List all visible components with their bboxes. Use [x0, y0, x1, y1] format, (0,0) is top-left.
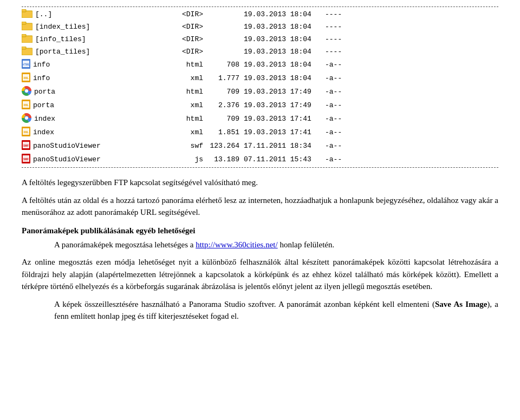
svg-text:SWF: SWF — [23, 158, 29, 161]
html-file-icon: HTML — [22, 59, 30, 71]
file-perm: -a-- — [325, 61, 352, 69]
section-heading: Panorámaképek publikálásának egyéb lehet… — [22, 226, 498, 235]
file-date: 07.11.2011 15:43 — [244, 155, 325, 163]
file-name[interactable]: [info_tiles] — [35, 35, 86, 43]
file-date: 19.03.2013 17:41 — [244, 128, 325, 136]
svg-rect-7 — [22, 47, 26, 49]
paragraph3-prefix: A panorámaképek megosztása lehetséges a — [54, 240, 196, 249]
xml-file-icon: XML — [22, 127, 30, 139]
swf-file-icon: SWF — [22, 154, 30, 166]
file-perm: ---- — [325, 35, 352, 43]
file-perm: ---- — [325, 23, 352, 31]
file-name[interactable]: panoStudioViewer — [33, 155, 101, 163]
file-type: <DIR> — [179, 23, 209, 31]
paragraph5-prefix: A képek összeillesztésére használható a … — [54, 300, 435, 309]
file-row: indexhtml70919.03.2013 17:41-a-- — [22, 112, 498, 126]
file-perm: -a-- — [325, 115, 352, 123]
file-date: 19.03.2013 18:04 — [244, 23, 325, 31]
file-perm: -a-- — [325, 128, 352, 136]
file-name[interactable]: porta — [33, 101, 54, 109]
file-name[interactable]: panoStudioViewer — [33, 142, 101, 150]
file-row: SWF panoStudioViewerswf123.26417.11.2011… — [22, 139, 498, 153]
paragraph5: A képek összeillesztésére használható a … — [54, 298, 498, 323]
file-type: xml — [179, 74, 209, 82]
paragraph3-suffix: honlap felületén. — [278, 240, 335, 249]
chrome-icon — [22, 113, 31, 125]
file-perm: -a-- — [325, 101, 352, 109]
file-perm: -a-- — [325, 142, 352, 150]
file-type: html — [179, 61, 209, 69]
svg-text:HTML: HTML — [22, 63, 30, 66]
file-row: [porta_tiles]<DIR>19.03.2013 18:04---- — [22, 45, 498, 58]
file-type: <DIR> — [179, 35, 209, 43]
file-name[interactable]: porta — [34, 88, 55, 96]
file-type: html — [179, 115, 209, 123]
file-type: <DIR> — [179, 48, 209, 56]
svg-rect-1 — [22, 9, 26, 12]
file-row: XML infoxml1.77719.03.2013 18:04-a-- — [22, 71, 498, 85]
file-name[interactable]: [..] — [35, 10, 52, 18]
svg-rect-3 — [22, 22, 26, 24]
file-date: 19.03.2013 17:41 — [244, 115, 325, 123]
svg-text:SWF: SWF — [23, 145, 29, 147]
svg-rect-5 — [22, 34, 26, 37]
file-row: [info_tiles]<DIR>19.03.2013 18:04---- — [22, 33, 498, 45]
file-row: XML indexxml1.85119.03.2013 17:41-a-- — [22, 126, 498, 139]
xml-file-icon: XML — [22, 73, 30, 84]
file-perm: ---- — [325, 48, 352, 56]
file-date: 17.11.2011 18:34 — [244, 142, 325, 150]
file-perm: -a-- — [325, 155, 352, 163]
file-listing: [..]<DIR>19.03.2013 18:04---- [index_til… — [22, 6, 498, 168]
folder-icon — [22, 34, 32, 45]
file-row: HTML infohtml70819.03.2013 18:04-a-- — [22, 58, 498, 71]
file-row: [index_tiles]<DIR>19.03.2013 18:04---- — [22, 21, 498, 33]
file-type: swf — [179, 142, 209, 150]
file-size: 709 — [209, 115, 244, 123]
paragraph3: A panorámaképek megosztása lehetséges a … — [54, 239, 498, 251]
file-row: SWF panoStudioViewerjs13.18907.11.2011 1… — [22, 153, 498, 166]
paragraph5-bold: Save As Image — [435, 300, 487, 309]
file-name[interactable]: [index_tiles] — [35, 23, 90, 31]
file-date: 19.03.2013 18:04 — [244, 61, 325, 69]
file-perm: -a-- — [325, 88, 352, 96]
svg-point-22 — [25, 116, 28, 120]
file-size: 708 — [209, 61, 244, 69]
file-name[interactable]: index — [33, 128, 54, 136]
xml-file-icon: XML — [22, 100, 30, 111]
file-size: 2.376 — [209, 101, 244, 109]
folder-icon — [22, 22, 32, 32]
file-date: 19.03.2013 18:04 — [244, 10, 325, 18]
paragraph1: A feltöltés legegyszerűbben FTP kapcsola… — [22, 176, 498, 189]
file-type: <DIR> — [179, 10, 209, 18]
chrome-icon — [22, 86, 31, 98]
file-perm: -a-- — [325, 74, 352, 82]
file-size: 13.189 — [209, 155, 244, 163]
file-size: 1.851 — [209, 128, 244, 136]
file-date: 19.03.2013 17:49 — [244, 88, 325, 96]
file-type: xml — [179, 101, 209, 109]
file-size: 709 — [209, 88, 244, 96]
file-name[interactable]: index — [34, 115, 55, 123]
paragraph2: A feltöltés után az oldal és a hozzá tar… — [22, 194, 498, 219]
svg-text:XML: XML — [23, 77, 29, 80]
folder-icon — [22, 47, 32, 57]
file-date: 19.03.2013 18:04 — [244, 35, 325, 43]
file-size: 1.777 — [209, 74, 244, 82]
file-size: 123.264 — [209, 142, 244, 150]
file-name[interactable]: info — [33, 74, 50, 82]
folder-icon — [22, 9, 32, 20]
svg-text:XML: XML — [23, 131, 29, 134]
paragraph4: Az online megosztás ezen módja lehetőség… — [22, 256, 498, 293]
360cities-link[interactable]: http://www.360cities.net/ — [196, 240, 278, 249]
file-name[interactable]: [porta_tiles] — [35, 48, 90, 56]
file-name[interactable]: info — [33, 61, 50, 69]
file-row: portahtml70919.03.2013 17:49-a-- — [22, 85, 498, 99]
file-date: 19.03.2013 17:49 — [244, 101, 325, 109]
file-perm: ---- — [325, 10, 352, 18]
file-type: xml — [179, 128, 209, 136]
file-date: 19.03.2013 18:04 — [244, 48, 325, 56]
file-date: 19.03.2013 18:04 — [244, 74, 325, 82]
svg-point-16 — [25, 89, 28, 93]
file-type: html — [179, 88, 209, 96]
swf-file-icon: SWF — [22, 140, 30, 152]
